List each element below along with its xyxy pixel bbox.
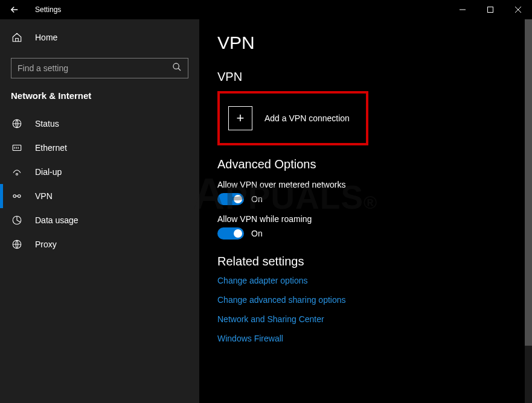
option-roaming-label: Allow VPN while roaming bbox=[217, 214, 514, 224]
search-box[interactable] bbox=[11, 58, 188, 78]
link-network-sharing-center[interactable]: Network and Sharing Center bbox=[217, 314, 514, 324]
page-title: VPN bbox=[217, 33, 514, 53]
add-vpn-button[interactable]: + Add a VPN connection bbox=[217, 91, 368, 145]
data-usage-icon bbox=[11, 215, 23, 226]
proxy-icon bbox=[11, 239, 23, 250]
sidebar-home-label: Home bbox=[35, 33, 57, 42]
sidebar-item-datausage[interactable]: Data usage bbox=[0, 208, 199, 232]
svg-point-1 bbox=[173, 63, 179, 69]
sidebar-item-ethernet[interactable]: Ethernet bbox=[0, 136, 199, 160]
svg-rect-3 bbox=[13, 145, 21, 151]
content-area: VPN VPN + Add a VPN connection Advanced … bbox=[199, 19, 532, 403]
sidebar-item-label: Ethernet bbox=[35, 143, 67, 153]
link-adapter-options[interactable]: Change adapter options bbox=[217, 276, 514, 285]
sidebar-item-proxy[interactable]: Proxy bbox=[0, 232, 199, 256]
svg-point-5 bbox=[13, 195, 16, 198]
scrollbar[interactable] bbox=[525, 19, 532, 403]
minimize-button[interactable] bbox=[449, 0, 476, 19]
link-sharing-options[interactable]: Change advanced sharing options bbox=[217, 295, 514, 305]
related-settings-header: Related settings bbox=[217, 255, 514, 268]
plus-icon: + bbox=[228, 106, 252, 130]
option-roaming: Allow VPN while roaming On bbox=[217, 214, 514, 240]
sidebar-item-label: Status bbox=[35, 119, 59, 129]
maximize-button[interactable] bbox=[476, 0, 504, 19]
toggle-metered-state: On bbox=[251, 194, 263, 204]
sidebar-item-label: Dial-up bbox=[35, 167, 62, 177]
globe-icon bbox=[11, 118, 23, 129]
svg-rect-0 bbox=[488, 7, 493, 13]
link-windows-firewall[interactable]: Windows Firewall bbox=[217, 334, 514, 343]
vpn-icon bbox=[11, 191, 23, 202]
svg-point-4 bbox=[16, 173, 18, 175]
sidebar-item-label: VPN bbox=[35, 191, 53, 201]
titlebar: Settings bbox=[0, 0, 532, 19]
home-icon bbox=[11, 32, 23, 43]
close-button[interactable] bbox=[504, 0, 532, 19]
search-icon bbox=[172, 62, 182, 74]
sidebar: Home Network & Internet Status bbox=[0, 19, 199, 403]
toggle-roaming-state: On bbox=[251, 229, 263, 238]
sidebar-item-label: Proxy bbox=[35, 240, 57, 249]
scroll-thumb[interactable] bbox=[525, 19, 532, 346]
add-vpn-label: Add a VPN connection bbox=[264, 113, 350, 123]
search-input[interactable] bbox=[18, 63, 172, 73]
sidebar-item-dialup[interactable]: Dial-up bbox=[0, 160, 199, 184]
option-metered: Allow VPN over metered networks On bbox=[217, 180, 514, 205]
vpn-section-header: VPN bbox=[217, 70, 514, 84]
option-metered-label: Allow VPN over metered networks bbox=[217, 180, 514, 189]
toggle-metered[interactable] bbox=[217, 193, 244, 205]
svg-point-6 bbox=[18, 195, 21, 198]
ethernet-icon bbox=[11, 142, 23, 153]
sidebar-item-home[interactable]: Home bbox=[0, 25, 199, 49]
category-header: Network & Internet bbox=[0, 90, 199, 112]
sidebar-item-label: Data usage bbox=[35, 215, 79, 225]
sidebar-item-vpn[interactable]: VPN bbox=[0, 184, 199, 208]
app-title: Settings bbox=[29, 5, 61, 14]
dialup-icon bbox=[11, 167, 23, 177]
toggle-roaming[interactable] bbox=[217, 227, 244, 240]
sidebar-item-status[interactable]: Status bbox=[0, 112, 199, 136]
back-button[interactable] bbox=[0, 0, 29, 19]
advanced-options-header: Advanced Options bbox=[217, 157, 514, 171]
